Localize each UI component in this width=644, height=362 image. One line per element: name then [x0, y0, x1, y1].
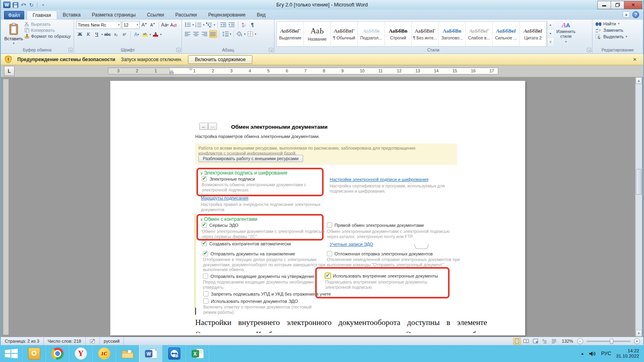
taskbar-yandex-button[interactable]: Y — [69, 345, 93, 362]
undo-dropdown-icon[interactable]: ▾ — [25, 3, 26, 6]
paste-dropdown-icon[interactable]: ▾ — [13, 42, 14, 45]
style-item[interactable]: АаБбВвI Сильное ... — [493, 22, 520, 46]
keyboard-language-indicator[interactable]: РУС — [601, 351, 611, 356]
ribbon-collapse-button[interactable]: ▲ — [623, 11, 630, 18]
font-name-select[interactable]: Times New Rc▾ — [76, 21, 121, 29]
checkbox-unchecked[interactable] — [203, 291, 208, 296]
ribbon-tab[interactable]: Вставка — [57, 10, 87, 19]
paste-button[interactable]: Вставить ▾ — [3, 21, 25, 47]
paragraph-dialog-launcher[interactable]: ↘ — [269, 48, 273, 52]
undo-button[interactable]: ↶▾ — [20, 1, 27, 8]
justify-button[interactable] — [209, 30, 217, 38]
option-electronic-signatures[interactable]: Электронные подписи — [202, 176, 255, 181]
style-item[interactable]: АаБбВвГ ¶ Без инте... — [412, 22, 439, 46]
ribbon-tab[interactable]: Ссылки — [141, 10, 169, 19]
multilevel-list-button[interactable] — [205, 21, 213, 29]
shading-button[interactable] — [236, 30, 244, 38]
vertical-scrollbar[interactable]: ▲ ▼ — [635, 77, 642, 337]
help-button[interactable]: ? — [632, 11, 639, 18]
styles-dialog-launcher[interactable]: ↘ — [587, 48, 591, 52]
checkbox-unchecked[interactable] — [203, 298, 208, 304]
option-deferred-sending[interactable]: Отложенная отправка электронных документ… — [327, 251, 433, 256]
shrink-font-button[interactable]: А▼ — [149, 21, 157, 29]
restore-button[interactable] — [611, 1, 624, 9]
borders-dropdown-icon[interactable]: ▾ — [255, 33, 256, 36]
start-button[interactable] — [0, 345, 23, 362]
taskbar-explorer-button[interactable] — [116, 345, 139, 362]
cut-button[interactable]: Вырезать — [25, 22, 71, 27]
section-counterparties-header[interactable]: Обмен с контрагентами — [200, 216, 257, 222]
checkbox-checked[interactable] — [203, 251, 208, 256]
find-button[interactable]: Найти▾ — [596, 21, 640, 26]
option-auto-counterparties[interactable]: Создавать контрагентов автоматически — [202, 241, 291, 246]
increase-indent-button[interactable] — [228, 21, 236, 29]
hanging-indent-marker[interactable] — [170, 72, 173, 74]
taskbar-excel-button[interactable]: X — [186, 345, 209, 362]
italic-button[interactable]: К — [85, 31, 92, 38]
style-item[interactable]: АаБбВвГ Выделение — [277, 22, 304, 46]
outline-view-button[interactable] — [541, 338, 549, 345]
copy-button[interactable]: Копировать — [25, 28, 71, 33]
option-send-for-review[interactable]: Отправлять документы на ознакомление — [203, 251, 295, 256]
zoom-slider-track[interactable] — [586, 341, 631, 342]
h-ruler-band[interactable]: 3211234567891011121314151617 — [108, 68, 498, 74]
taskbar-1c-button[interactable]: 1С — [93, 345, 116, 362]
pilcrow-button[interactable]: ¶ — [249, 21, 256, 29]
checkbox-checked[interactable] — [202, 176, 207, 181]
select-button[interactable]: Выделить▾ — [596, 34, 640, 39]
taskbar-teamviewer-button[interactable] — [163, 345, 186, 362]
file-tab[interactable]: Файл — [4, 11, 24, 19]
page-indicator[interactable]: Страница: 2 из 3 — [1, 337, 44, 345]
forward-button[interactable]: → — [208, 123, 217, 130]
option-read-receipts[interactable]: Использовать прочтение документов ЭДО — [203, 298, 298, 304]
decrease-indent-button[interactable] — [220, 21, 227, 29]
signature-settings-link[interactable]: Настройки электронной подписи и шифрован… — [330, 177, 428, 182]
taskbar-outlook-button[interactable]: O — [23, 345, 46, 362]
checkbox-checked-highlighted[interactable] — [325, 273, 330, 278]
highlight-dropdown-icon[interactable]: ▾ — [150, 33, 151, 36]
edo-accounts-link[interactable]: Учетные записи ЭДО — [330, 242, 373, 247]
shading-dropdown-icon[interactable]: ▾ — [244, 33, 246, 36]
ribbon-tab[interactable]: Вид — [251, 10, 271, 19]
align-right-button[interactable] — [201, 30, 208, 38]
checkbox-unchecked[interactable] — [203, 274, 208, 279]
style-item[interactable]: АаБбВв Подзагол... — [358, 22, 385, 46]
zoom-in-button[interactable]: + — [634, 338, 640, 344]
taskbar-word-button[interactable]: W — [139, 345, 163, 362]
ribbon-tab[interactable]: Разметка страницы — [86, 10, 141, 19]
bullets-dropdown-icon[interactable]: ▾ — [192, 23, 194, 27]
line-spacing-button[interactable] — [221, 30, 229, 38]
zoom-level[interactable]: 132% — [559, 339, 576, 343]
draft-view-button[interactable] — [550, 338, 558, 345]
close-button[interactable]: ✕ — [624, 1, 642, 9]
security-bar-close-icon[interactable]: ✕ — [633, 57, 639, 62]
clipboard-dialog-launcher[interactable]: ↘ — [68, 48, 73, 52]
style-item[interactable]: АаЬ Название — [304, 22, 331, 46]
tab-stop-selector[interactable]: L — [4, 66, 14, 76]
save-button[interactable] — [12, 1, 19, 8]
font-color-dropdown-icon[interactable]: ▾ — [160, 33, 162, 36]
word-count[interactable]: Число слов: 218 — [44, 337, 86, 345]
style-item[interactable]: АаБбВвГ ¶ Обычный — [331, 22, 358, 46]
qat-customize-button[interactable]: ▾ — [40, 1, 46, 8]
v-ruler[interactable] — [3, 79, 9, 335]
option-direct-exchange[interactable]: Прямой обмен электронными документами — [327, 222, 424, 228]
option-incoming-approval[interactable]: Отправлять входящие документы на утвержд… — [203, 274, 314, 279]
scroll-up-button[interactable]: ▲ — [636, 77, 642, 84]
font-dialog-launcher[interactable]: ↘ — [176, 48, 181, 52]
tray-expand-icon[interactable]: ▲ — [580, 352, 584, 356]
document-page[interactable]: ← → Обмен электронными документами Настр… — [110, 81, 525, 335]
style-item[interactable]: АаБбВвГ Слабое в... — [466, 22, 493, 46]
scroll-down-button[interactable]: ▼ — [636, 330, 642, 337]
subscript-button[interactable]: x₂ — [112, 31, 120, 38]
clear-formatting-button[interactable]: А — [169, 21, 177, 29]
style-item[interactable]: АаБбВв Заголово... — [439, 22, 466, 46]
web-layout-view-button[interactable] — [532, 338, 539, 345]
minimize-button[interactable] — [597, 1, 611, 9]
first-line-indent-marker[interactable] — [189, 68, 193, 72]
change-case-button[interactable]: Аа▾ — [161, 21, 169, 29]
align-center-button[interactable] — [192, 30, 200, 38]
align-left-button[interactable] — [184, 30, 192, 38]
checkbox-unchecked[interactable] — [327, 251, 332, 256]
proofing-status[interactable] — [86, 337, 100, 345]
